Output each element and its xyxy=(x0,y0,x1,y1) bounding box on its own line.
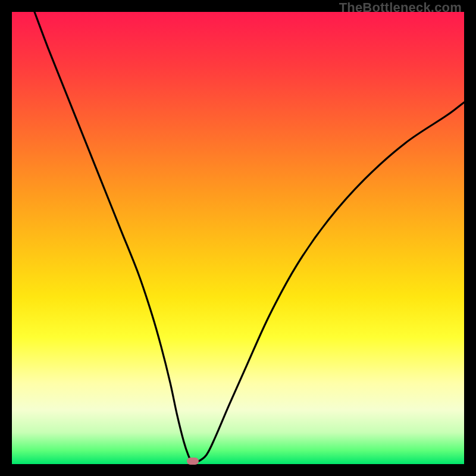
chart-frame: TheBottleneck.com xyxy=(0,0,476,476)
plot-area xyxy=(12,12,464,464)
watermark-text: TheBottleneck.com xyxy=(339,0,462,15)
bottleneck-curve-path xyxy=(35,12,464,463)
min-point-marker xyxy=(187,458,199,465)
curve-layer xyxy=(12,12,464,464)
